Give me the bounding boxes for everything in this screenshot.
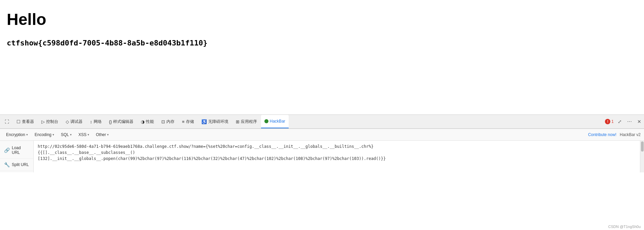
hackbar-sidebar: 🔗 Load URL 🔧 Split URL	[0, 141, 34, 172]
tab-network[interactable]: ↕ 网络	[87, 115, 105, 128]
sql-menu-button[interactable]: SQL ▾	[58, 131, 74, 138]
error-icon: !	[605, 119, 610, 124]
tab-accessibility[interactable]: ♿ 无障碍环境	[198, 115, 232, 128]
hackbar-version: HackBar v2	[620, 132, 641, 137]
hackbar-panel: Encryption ▾ Encoding ▾ SQL ▾ XSS ▾ Othe…	[0, 129, 644, 172]
more-options-icon: ⋯	[627, 119, 632, 124]
accessibility-icon: ♿	[201, 119, 207, 124]
encoding-dropdown-icon: ▾	[53, 133, 54, 136]
close-devtools-button[interactable]: ✕	[636, 118, 643, 126]
error-count: 1	[611, 119, 614, 124]
memory-icon: ⊡	[161, 119, 165, 124]
other-dropdown-icon: ▾	[107, 133, 109, 136]
main-content: Hello ctfshow{c598d0fd-7005-4b88-8a5b-e8…	[0, 0, 644, 114]
responsive-design-button[interactable]: ⤢	[616, 118, 623, 126]
hackbar-url-input[interactable]	[34, 141, 644, 171]
devtools-right-controls: ! 1 ⤢ ⋯ ✕	[605, 118, 643, 126]
hackbar-scrollbar-thumb	[641, 141, 644, 152]
responsive-icon: ⤢	[618, 119, 622, 124]
tab-style-editor[interactable]: {} 样式编辑器	[106, 115, 137, 128]
page-title: Hello	[7, 10, 637, 29]
watermark: CSDN @T1ngSh0u	[608, 225, 641, 229]
network-icon: ↕	[90, 119, 92, 124]
console-icon: ▷	[41, 119, 45, 124]
xss-menu-button[interactable]: XSS ▾	[76, 131, 92, 138]
hackbar-url-area	[34, 141, 644, 172]
performance-icon: ◑	[141, 119, 144, 124]
close-icon: ✕	[637, 119, 641, 124]
contribute-link[interactable]: Contribute now!	[588, 132, 616, 137]
hackbar-scrollbar[interactable]	[640, 141, 644, 172]
cursor-icon: ⛶	[5, 119, 9, 124]
more-options-button[interactable]: ⋯	[626, 118, 633, 126]
tab-performance[interactable]: ◑ 性能	[137, 115, 157, 128]
tab-application[interactable]: ⊞ 应用程序	[232, 115, 260, 128]
encoding-menu-button[interactable]: Encoding ▾	[32, 131, 57, 138]
load-url-icon: 🔗	[4, 147, 10, 153]
error-badge[interactable]: ! 1	[605, 119, 614, 124]
hackbar-dot-icon	[264, 119, 268, 123]
split-url-icon: 🔧	[4, 162, 10, 167]
tab-storage[interactable]: ≡ 存储	[179, 115, 197, 128]
encryption-dropdown-icon: ▾	[26, 133, 28, 136]
application-icon: ⊞	[236, 119, 239, 124]
flag-text: ctfshow{c598d0fd-7005-4b88-8a5b-e8d043b1…	[7, 39, 637, 47]
hackbar-content: 🔗 Load URL 🔧 Split URL	[0, 141, 644, 172]
split-url-button[interactable]: 🔧 Split URL	[0, 159, 33, 171]
tab-console[interactable]: ▷ 控制台	[38, 115, 62, 128]
tab-cursor[interactable]: ⛶	[1, 115, 12, 128]
tab-inspector[interactable]: ☐ 查看器	[13, 115, 37, 128]
tab-memory[interactable]: ⊡ 内存	[158, 115, 178, 128]
encryption-menu-button[interactable]: Encryption ▾	[3, 131, 31, 138]
devtools-bar: ⛶ ☐ 查看器 ▷ 控制台 ◇ 调试器 ↕ 网络 {} 样式编辑器 ◑ 性能 ⊡…	[0, 114, 644, 129]
load-url-button[interactable]: 🔗 Load URL	[0, 142, 33, 159]
tab-debugger[interactable]: ◇ 调试器	[62, 115, 86, 128]
inspector-icon: ☐	[17, 119, 21, 124]
debugger-icon: ◇	[66, 119, 69, 124]
xss-dropdown-icon: ▾	[88, 133, 89, 136]
other-menu-button[interactable]: Other ▾	[93, 131, 111, 138]
style-editor-icon: {}	[109, 119, 112, 124]
storage-icon: ≡	[182, 119, 185, 124]
tab-hackbar[interactable]: HackBar	[261, 115, 289, 128]
sql-dropdown-icon: ▾	[70, 133, 72, 136]
hackbar-toolbar: Encryption ▾ Encoding ▾ SQL ▾ XSS ▾ Othe…	[0, 129, 644, 141]
